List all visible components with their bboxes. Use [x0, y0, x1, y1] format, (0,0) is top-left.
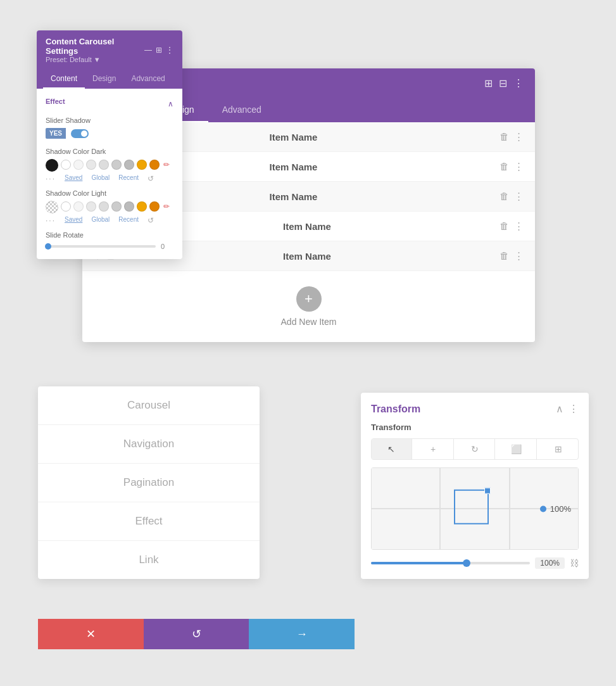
- popup-title: Content Carousel Settings: [46, 37, 144, 56]
- color-dot-gold-l[interactable]: [137, 201, 147, 212]
- reset-button[interactable]: ↺: [144, 619, 249, 649]
- more-icon[interactable]: ⋮: [513, 77, 524, 89]
- transform-tool-scale[interactable]: ⬜: [496, 439, 537, 459]
- slider-thumb[interactable]: [463, 559, 470, 567]
- more-icon[interactable]: ⋮: [569, 403, 579, 415]
- color-labels-light: ··· Saved Global Recent ↺: [46, 216, 173, 225]
- popup-tab-content[interactable]: Content: [43, 70, 85, 89]
- color-swatch-transparent[interactable]: [46, 201, 58, 213]
- more-icon-1[interactable]: ⋮: [514, 131, 524, 143]
- shadow-dark-colors: ✏: [46, 159, 173, 172]
- tab-advanced[interactable]: Advanced: [208, 98, 275, 122]
- color-dot-gray[interactable]: [111, 160, 122, 170]
- grid-cell: [510, 467, 579, 509]
- transform-slider-track[interactable]: [371, 562, 530, 564]
- delete-icon-4[interactable]: 🗑: [500, 220, 509, 232]
- slider-shadow-label: Slider Shadow: [46, 117, 173, 124]
- popup-tab-design[interactable]: Design: [85, 70, 123, 89]
- color-dot-orange[interactable]: [149, 160, 160, 170]
- popup-preset[interactable]: Preset: Default ▼: [46, 56, 144, 63]
- transform-tool-all[interactable]: ⊞: [538, 439, 578, 459]
- popup-tab-advanced[interactable]: Advanced: [123, 70, 172, 89]
- color-pencil-light[interactable]: ✏: [163, 202, 170, 211]
- delete-icon-3[interactable]: 🗑: [500, 191, 509, 202]
- saved-label-dark[interactable]: Saved: [65, 174, 82, 183]
- sidebar-item-pagination[interactable]: Pagination: [38, 464, 260, 502]
- recent-label-light[interactable]: Recent: [118, 216, 139, 225]
- delete-icon-1[interactable]: 🗑: [500, 131, 509, 143]
- more-dots-dark[interactable]: ···: [46, 174, 56, 183]
- color-swatch-black[interactable]: [46, 159, 58, 172]
- slider-shadow-toggle: YES: [46, 128, 173, 139]
- more-icon-2[interactable]: ⋮: [514, 161, 524, 172]
- grid-cell: [510, 509, 579, 550]
- delete-icon-2[interactable]: 🗑: [500, 161, 509, 172]
- add-new-section: + Add New Item: [82, 271, 535, 342]
- save-button[interactable]: →: [249, 619, 355, 649]
- color-pencil-dark[interactable]: ✏: [163, 160, 170, 169]
- reset-color-light[interactable]: ↺: [148, 216, 154, 225]
- color-dot-gray-l[interactable]: [111, 201, 122, 212]
- transform-tool-rotate[interactable]: ↻: [455, 439, 496, 459]
- left-sidebar: Carousel Navigation Pagination Effect Li…: [38, 386, 260, 579]
- global-label-dark[interactable]: Global: [91, 174, 110, 183]
- color-dot-light1[interactable]: [73, 160, 84, 170]
- cancel-icon: ✕: [86, 627, 96, 641]
- toggle-switch[interactable]: [71, 129, 89, 138]
- transform-section-label: Transform: [371, 422, 579, 432]
- slide-rotate-slider[interactable]: [46, 245, 156, 248]
- color-dot-orange-l[interactable]: [149, 201, 160, 212]
- sidebar-item-effect[interactable]: Effect: [38, 502, 260, 541]
- transform-panel: Transform ∧ ⋮ Transform ↖ + ↻ ⬜ ⊞ 100%: [361, 393, 589, 579]
- effect-collapse-icon[interactable]: ∧: [168, 99, 173, 108]
- recent-label-dark[interactable]: Recent: [118, 174, 139, 183]
- popup-more-icon[interactable]: ⋮: [166, 46, 173, 54]
- popup-minimize-icon[interactable]: —: [144, 46, 152, 54]
- color-dot-light3-l[interactable]: [99, 201, 109, 212]
- color-labels-dark: ··· Saved Global Recent ↺: [46, 174, 173, 183]
- color-dot-light2-l[interactable]: [86, 201, 96, 212]
- transform-tools: ↖ + ↻ ⬜ ⊞: [371, 438, 579, 460]
- more-icon-4[interactable]: ⋮: [514, 220, 524, 232]
- global-label-light[interactable]: Global: [91, 216, 110, 225]
- transform-slider-row: 100% ⛓: [371, 557, 579, 569]
- color-dot-gray2[interactable]: [124, 160, 134, 170]
- popup-tabs: Content Design Advanced: [37, 70, 182, 89]
- color-dot-light3[interactable]: [99, 160, 109, 170]
- transform-tool-skew[interactable]: ↖: [372, 439, 412, 459]
- slider-dot[interactable]: [540, 505, 546, 512]
- cancel-button[interactable]: ✕: [38, 619, 144, 649]
- grid-cell: [371, 467, 440, 509]
- popup-expand-icon[interactable]: ⊞: [156, 46, 162, 54]
- color-dot-white-l[interactable]: [61, 201, 71, 212]
- sidebar-item-link[interactable]: Link: [38, 541, 260, 579]
- more-icon-5[interactable]: ⋮: [514, 250, 524, 262]
- color-dot-white[interactable]: [61, 160, 71, 170]
- rotate-thumb[interactable]: [45, 243, 51, 250]
- sidebar-item-carousel[interactable]: Carousel: [38, 386, 260, 425]
- color-dot-light2[interactable]: [86, 160, 96, 170]
- color-dot-light1-l[interactable]: [73, 201, 84, 212]
- transform-title: Transform: [371, 403, 420, 415]
- delete-icon-5[interactable]: 🗑: [500, 250, 509, 262]
- more-dots-light[interactable]: ···: [46, 216, 56, 225]
- slide-rotate-label: Slide Rotate: [46, 231, 173, 239]
- more-icon-3[interactable]: ⋮: [514, 191, 524, 202]
- transform-handle[interactable]: [484, 488, 491, 494]
- columns-icon[interactable]: ⊟: [499, 77, 507, 89]
- slider-percent-label: 100%: [535, 557, 565, 569]
- fullscreen-icon[interactable]: ⊞: [484, 77, 493, 89]
- collapse-icon[interactable]: ∧: [556, 403, 563, 415]
- color-dot-gold[interactable]: [137, 160, 147, 170]
- grid-cell: [371, 509, 440, 550]
- shadow-light-label: Shadow Color Light: [46, 189, 173, 197]
- header-icons: ⊞ ⊟ ⋮: [484, 77, 524, 89]
- saved-label-light[interactable]: Saved: [65, 216, 82, 225]
- link-icon[interactable]: ⛓: [570, 558, 579, 568]
- transform-tool-translate[interactable]: +: [413, 439, 454, 459]
- sidebar-item-navigation[interactable]: Navigation: [38, 425, 260, 464]
- reset-color-dark[interactable]: ↺: [148, 174, 154, 183]
- color-dot-gray2-l[interactable]: [124, 201, 134, 212]
- transform-box: [454, 490, 489, 524]
- add-new-button[interactable]: +: [296, 286, 322, 312]
